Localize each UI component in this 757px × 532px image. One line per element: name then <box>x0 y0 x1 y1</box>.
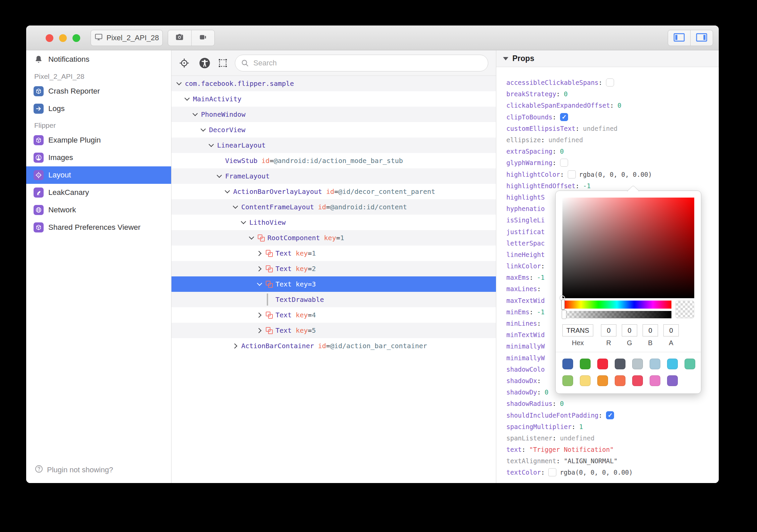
chevron-down-icon[interactable] <box>224 189 231 195</box>
panel-right-icon <box>696 33 707 43</box>
search-input[interactable] <box>235 55 488 71</box>
preset-color-swatch[interactable] <box>667 359 678 369</box>
prop-colon: : <box>575 182 579 190</box>
sidebar-item-label: Shared Preferences Viewer <box>48 223 141 232</box>
preset-color-swatch[interactable] <box>580 375 591 386</box>
monitor-icon <box>94 33 103 43</box>
chevron-right-icon[interactable] <box>257 327 263 333</box>
tree-row-text[interactable]: Textkey=2 <box>171 261 496 276</box>
chevron-down-icon[interactable] <box>192 111 198 117</box>
tree-row-text[interactable]: Textkey=4 <box>171 307 496 323</box>
target-icon <box>34 170 44 180</box>
prop-name: clickableSpanExpandedOffset <box>506 102 610 109</box>
chevron-right-icon[interactable] <box>257 250 263 256</box>
hue-slider[interactable] <box>562 301 671 309</box>
preset-color-swatch[interactable] <box>667 375 678 386</box>
red-input[interactable] <box>601 324 616 336</box>
chevron-right-icon[interactable] <box>257 312 263 318</box>
blue-input[interactable] <box>643 324 658 336</box>
target-mode-button[interactable] <box>179 57 190 69</box>
alpha-slider[interactable] <box>562 311 671 318</box>
sidebar-item-layout[interactable]: Layout <box>26 166 171 184</box>
tree-row-mainactivity[interactable]: MainActivity <box>171 91 496 107</box>
preset-color-swatch[interactable] <box>615 359 625 369</box>
tree-row-framelayout[interactable]: FrameLayout <box>171 168 496 184</box>
chevron-down-icon[interactable] <box>257 281 263 287</box>
plugin-not-showing-link[interactable]: Plugin not showing? <box>34 464 113 476</box>
sidebar-item-logs[interactable]: Logs <box>26 100 171 117</box>
preset-color-swatch[interactable] <box>597 375 608 386</box>
sidebar-item-images[interactable]: Images <box>26 149 171 166</box>
chevron-down-icon[interactable] <box>241 219 247 225</box>
sidebar-item-crash-reporter[interactable]: Crash Reporter <box>26 83 171 100</box>
prop-row: extraSpacing:0 <box>496 146 719 157</box>
tree-row-lithoview[interactable]: LithoView <box>171 215 496 230</box>
chevron-down-icon[interactable] <box>184 96 190 102</box>
preset-color-swatch[interactable] <box>650 375 660 386</box>
tree-row-linearlayout[interactable]: LinearLayout <box>171 138 496 153</box>
device-selector-button[interactable]: Pixel_2_API_28 <box>91 30 163 46</box>
preset-color-swatch[interactable] <box>580 359 591 369</box>
tree-row-rootcomponent[interactable]: RootComponentkey=1 <box>171 230 496 246</box>
alpha-handle[interactable] <box>562 310 566 319</box>
color-swatch-button[interactable] <box>548 468 556 476</box>
preset-color-swatch[interactable] <box>597 359 608 369</box>
sidebar-item-shared-preferences-viewer[interactable]: Shared Preferences Viewer <box>26 219 171 236</box>
close-window-button[interactable] <box>46 34 53 42</box>
checkbox-checked[interactable] <box>606 411 614 419</box>
screen-record-button[interactable] <box>191 30 215 46</box>
tree-row-phonewindow[interactable]: PhoneWindow <box>171 107 496 122</box>
preset-color-swatch[interactable] <box>632 375 643 386</box>
marquee-select-button[interactable] <box>217 57 229 69</box>
screenshot-button[interactable] <box>168 30 191 46</box>
chevron-down-icon[interactable] <box>249 235 255 241</box>
sidebar-item-example-plugin[interactable]: Example Plugin <box>26 131 171 149</box>
alpha-input[interactable] <box>663 324 679 336</box>
tree-row-text[interactable]: Textkey=1 <box>171 246 496 261</box>
preset-color-swatch[interactable] <box>632 359 643 369</box>
chevron-down-icon[interactable] <box>216 173 222 179</box>
prop-colon: : <box>541 136 545 144</box>
saturation-value-gradient[interactable] <box>562 198 694 298</box>
zoom-window-button[interactable] <box>72 34 80 42</box>
chevron-right-icon[interactable] <box>257 266 263 272</box>
chevron-down-icon[interactable] <box>233 204 239 210</box>
checkbox-checked[interactable] <box>560 113 568 121</box>
checkbox-unchecked[interactable] <box>606 78 614 87</box>
tree-row-contentframelayout[interactable]: ContentFrameLayoutid=@android:id/content <box>171 199 496 215</box>
toggle-right-panel-button[interactable] <box>690 30 713 46</box>
chevron-down-icon[interactable] <box>208 142 214 148</box>
props-header[interactable]: Props <box>496 50 719 67</box>
chevron-right-icon[interactable] <box>233 343 239 349</box>
tree-row-com.facebook.flipper.sample[interactable]: com.facebook.flipper.sample <box>171 76 496 91</box>
tree-row-text[interactable]: Textkey=5 <box>171 323 496 338</box>
preset-color-swatch[interactable] <box>562 359 573 369</box>
tree-row-decorview[interactable]: DecorView <box>171 122 496 138</box>
chevron-down-icon[interactable] <box>176 81 182 87</box>
sidebar-item-leakcanary[interactable]: LeakCanary <box>26 184 171 201</box>
preset-color-swatch[interactable] <box>650 359 660 369</box>
tree-row-actionbarcontainer[interactable]: ActionBarContainerid=@id/action_bar_cont… <box>171 338 496 354</box>
tree-row-text[interactable]: Textkey=3 <box>171 276 496 292</box>
search-box <box>235 55 488 71</box>
color-swatch-button[interactable] <box>568 170 576 178</box>
minimize-window-button[interactable] <box>59 34 67 42</box>
chevron-down-icon[interactable] <box>200 127 206 133</box>
sidebar-item-network[interactable]: Network <box>26 201 171 219</box>
preset-color-swatch[interactable] <box>615 375 625 386</box>
checkbox-unchecked[interactable] <box>560 159 568 167</box>
tree-row-textdrawable[interactable]: TextDrawable <box>171 292 496 307</box>
sidebar-item-notifications[interactable]: Notifications <box>26 50 171 68</box>
green-input[interactable] <box>622 324 637 336</box>
element-name: Text <box>275 249 292 257</box>
preset-color-swatch[interactable] <box>685 359 695 369</box>
accessibility-mode-button[interactable] <box>199 57 210 69</box>
prop-name: customEllipsisText <box>506 125 575 132</box>
preset-color-swatch[interactable] <box>562 375 573 386</box>
tree-row-actionbaroverlaylayout[interactable]: ActionBarOverlayLayoutid=@id/decor_conte… <box>171 184 496 199</box>
hue-handle[interactable] <box>561 300 565 310</box>
hex-input[interactable] <box>562 324 593 336</box>
element-attribute: key=3 <box>296 280 316 288</box>
toggle-left-panel-button[interactable] <box>668 30 690 46</box>
tree-row-viewstub[interactable]: ViewStubid=@android:id/action_mode_bar_s… <box>171 153 496 168</box>
